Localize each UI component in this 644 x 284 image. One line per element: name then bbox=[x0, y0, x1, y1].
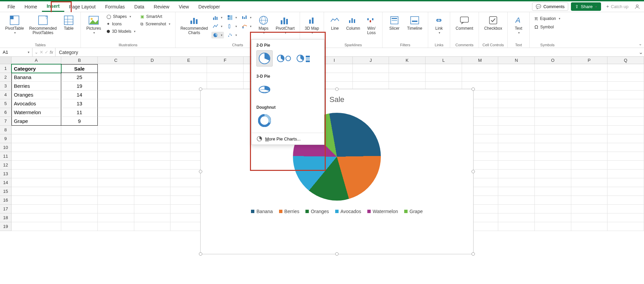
cell[interactable] bbox=[134, 143, 171, 152]
pie-option-doughnut[interactable] bbox=[256, 112, 273, 129]
col-header-K[interactable]: K bbox=[389, 57, 426, 64]
cell[interactable] bbox=[170, 64, 207, 73]
chart-object[interactable]: Sale BananaBerriesOrangesAvocadosWaterme… bbox=[200, 89, 474, 254]
cell[interactable] bbox=[61, 187, 98, 196]
col-header-O[interactable]: O bbox=[535, 57, 571, 64]
cell[interactable]: 9 bbox=[61, 117, 98, 126]
cell[interactable] bbox=[498, 126, 535, 134]
cell[interactable] bbox=[98, 187, 134, 196]
tab-developer[interactable]: Developer bbox=[194, 2, 225, 11]
cancel-icon[interactable]: ✕ bbox=[40, 50, 43, 55]
cell[interactable] bbox=[607, 152, 644, 161]
cell[interactable] bbox=[134, 126, 171, 134]
cell[interactable] bbox=[98, 161, 134, 170]
cell[interactable] bbox=[571, 64, 608, 73]
cell[interactable] bbox=[571, 222, 608, 231]
cell[interactable] bbox=[61, 134, 98, 143]
cell[interactable] bbox=[607, 178, 644, 187]
cell[interactable] bbox=[498, 152, 535, 161]
row-header[interactable]: 8 bbox=[0, 126, 12, 134]
cell[interactable] bbox=[571, 170, 608, 178]
hierarchy-chart-dropdown[interactable]: ▾ bbox=[226, 14, 238, 21]
row-header[interactable]: 14 bbox=[0, 178, 12, 187]
col-header-J[interactable]: J bbox=[353, 57, 389, 64]
cell[interactable] bbox=[607, 82, 644, 91]
more-pie-charts[interactable]: More Pie Charts... bbox=[252, 133, 324, 145]
cell[interactable] bbox=[535, 222, 571, 231]
cell[interactable] bbox=[607, 222, 644, 231]
col-header-B[interactable]: B bbox=[61, 57, 98, 64]
slicer-button[interactable]: Slicer bbox=[386, 14, 403, 32]
cell[interactable] bbox=[389, 73, 426, 82]
pie-option-3d-pie[interactable] bbox=[256, 81, 273, 98]
cell[interactable] bbox=[498, 64, 535, 73]
col-header-F[interactable]: F bbox=[207, 57, 244, 64]
cell[interactable] bbox=[607, 108, 644, 117]
recommended-pivottables-button[interactable]: ? Recommended PivotTables bbox=[28, 14, 58, 36]
legend-item[interactable]: Oranges bbox=[305, 209, 329, 214]
cell[interactable] bbox=[571, 82, 608, 91]
legend-item[interactable]: Banana bbox=[251, 209, 273, 214]
cell[interactable] bbox=[571, 213, 608, 222]
cell[interactable] bbox=[571, 161, 608, 170]
row-header[interactable]: 12 bbox=[0, 161, 12, 170]
resize-handle[interactable] bbox=[335, 252, 339, 256]
cell[interactable] bbox=[535, 205, 571, 213]
cell[interactable] bbox=[61, 161, 98, 170]
cell[interactable] bbox=[535, 82, 571, 91]
cell[interactable]: Sale bbox=[61, 64, 98, 73]
resize-handle[interactable] bbox=[472, 252, 475, 256]
share-button[interactable]: ⇪ Share ▾ bbox=[571, 2, 601, 11]
cell[interactable] bbox=[12, 196, 62, 205]
cell[interactable] bbox=[571, 187, 608, 196]
cell[interactable] bbox=[535, 170, 571, 178]
cell[interactable] bbox=[98, 134, 134, 143]
cell[interactable] bbox=[353, 73, 389, 82]
row-header[interactable]: 4 bbox=[0, 91, 12, 99]
cell[interactable] bbox=[61, 143, 98, 152]
row-header[interactable]: 19 bbox=[0, 222, 12, 231]
cell[interactable]: Grape bbox=[12, 117, 62, 126]
legend-item[interactable]: Grape bbox=[404, 209, 423, 214]
row-header[interactable]: 11 bbox=[0, 152, 12, 161]
row-header[interactable]: 9 bbox=[0, 134, 12, 143]
cell[interactable] bbox=[98, 170, 134, 178]
line-chart-dropdown[interactable]: ▾ bbox=[211, 23, 224, 30]
cell[interactable] bbox=[535, 73, 571, 82]
cell[interactable] bbox=[134, 205, 171, 213]
cell[interactable] bbox=[462, 73, 499, 82]
equation-button[interactable]: πEquation▾ bbox=[533, 15, 562, 22]
cell[interactable] bbox=[535, 178, 571, 187]
col-header-L[interactable]: L bbox=[426, 57, 462, 64]
col-header-N[interactable]: N bbox=[498, 57, 535, 64]
cell[interactable]: Berries bbox=[12, 82, 62, 91]
cell[interactable] bbox=[98, 64, 134, 73]
cell[interactable] bbox=[571, 73, 608, 82]
cell[interactable]: Category bbox=[12, 64, 62, 73]
cell[interactable] bbox=[498, 222, 535, 231]
table-button[interactable]: Table bbox=[60, 14, 77, 32]
cell[interactable] bbox=[498, 108, 535, 117]
cell[interactable] bbox=[12, 152, 62, 161]
account-button[interactable] bbox=[633, 3, 641, 11]
cell[interactable] bbox=[571, 117, 608, 126]
cell[interactable] bbox=[134, 117, 171, 126]
row-header[interactable]: 13 bbox=[0, 170, 12, 178]
timeline-button[interactable]: Timeline bbox=[405, 14, 424, 32]
cell[interactable] bbox=[607, 187, 644, 196]
cell[interactable] bbox=[98, 178, 134, 187]
cell[interactable] bbox=[571, 126, 608, 134]
cell[interactable] bbox=[12, 126, 62, 134]
cell[interactable] bbox=[571, 178, 608, 187]
catch-up-button[interactable]: ✦ Catch up bbox=[604, 3, 630, 10]
pie-option-2d-pie[interactable] bbox=[256, 50, 273, 67]
cell[interactable] bbox=[498, 196, 535, 205]
cell[interactable] bbox=[607, 64, 644, 73]
smartart-button[interactable]: ▣SmartArt bbox=[139, 14, 172, 20]
cell[interactable] bbox=[498, 73, 535, 82]
col-header-D[interactable]: D bbox=[134, 57, 171, 64]
3d-models-button[interactable]: ⬢3D Models▾ bbox=[105, 28, 137, 34]
cell[interactable] bbox=[535, 91, 571, 99]
cell[interactable] bbox=[535, 134, 571, 143]
cell[interactable]: Watermelon bbox=[12, 108, 62, 117]
